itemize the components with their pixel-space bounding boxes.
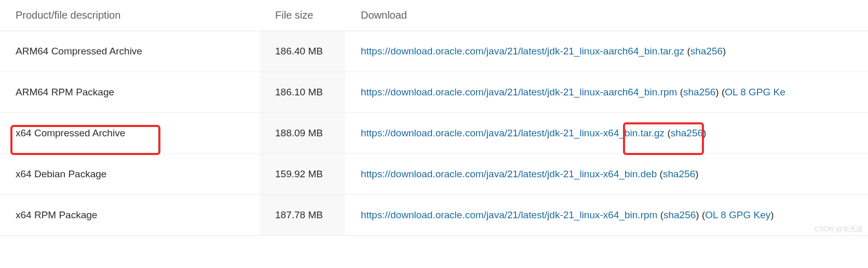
download-link[interactable]: https://download.oracle.com/java/21/late… xyxy=(361,46,684,57)
download-link[interactable]: https://download.oracle.com/java/21/late… xyxy=(361,87,677,97)
sha256-link[interactable]: sha256 xyxy=(663,209,696,220)
header-size: File size xyxy=(260,0,345,31)
paren-open: ( xyxy=(684,46,690,57)
cell-description: x64 RPM Package xyxy=(0,195,260,236)
cell-description: x64 Compressed Archive xyxy=(0,113,260,154)
sha256-link[interactable]: sha256 xyxy=(663,168,695,179)
paren-open: ( xyxy=(699,209,706,220)
header-download: Download xyxy=(345,0,868,31)
paren-open: ( xyxy=(677,87,683,97)
table-row: ARM64 RPM Package186.10 MBhttps://downlo… xyxy=(0,72,868,113)
downloads-table: Product/file description File size Downl… xyxy=(0,0,868,236)
cell-download: https://download.oracle.com/java/21/late… xyxy=(345,154,868,195)
paren-open: ( xyxy=(657,209,663,220)
cell-download: https://download.oracle.com/java/21/late… xyxy=(345,31,868,72)
table-row: x64 Compressed Archive188.09 MBhttps://d… xyxy=(0,113,868,154)
table-header-row: Product/file description File size Downl… xyxy=(0,0,868,31)
table-row: x64 RPM Package187.78 MBhttps://download… xyxy=(0,195,868,236)
paren-close: ) xyxy=(770,209,774,220)
paren-open: ( xyxy=(664,128,671,138)
gpg-link[interactable]: OL 8 GPG Ke xyxy=(725,87,785,97)
paren-open: ( xyxy=(657,168,663,179)
cell-size: 187.78 MB xyxy=(260,195,345,236)
download-link[interactable]: https://download.oracle.com/java/21/late… xyxy=(361,128,664,138)
paren-close: ) xyxy=(703,128,706,138)
sha256-link[interactable]: sha256 xyxy=(690,46,723,57)
cell-download: https://download.oracle.com/java/21/late… xyxy=(345,113,868,154)
sha256-link[interactable]: sha256 xyxy=(683,87,715,97)
cell-size: 188.09 MB xyxy=(260,113,345,154)
download-link[interactable]: https://download.oracle.com/java/21/late… xyxy=(361,168,657,179)
gpg-link[interactable]: OL 8 GPG Key xyxy=(705,209,770,220)
cell-description: ARM64 RPM Package xyxy=(0,72,260,113)
cell-description: x64 Debian Package xyxy=(0,154,260,195)
cell-size: 159.92 MB xyxy=(260,154,345,195)
paren-open: ( xyxy=(719,87,725,97)
paren-close: ) xyxy=(723,46,726,57)
table-row: x64 Debian Package159.92 MBhttps://downl… xyxy=(0,154,868,195)
sha256-link[interactable]: sha256 xyxy=(671,128,703,138)
header-description: Product/file description xyxy=(0,0,260,31)
cell-download: https://download.oracle.com/java/21/late… xyxy=(345,72,868,113)
cell-download: https://download.oracle.com/java/21/late… xyxy=(345,195,868,236)
cell-size: 186.10 MB xyxy=(260,72,345,113)
paren-close: ) xyxy=(695,168,698,179)
cell-size: 186.40 MB xyxy=(260,31,345,72)
cell-description: ARM64 Compressed Archive xyxy=(0,31,260,72)
table-row: ARM64 Compressed Archive186.40 MBhttps:/… xyxy=(0,31,868,72)
watermark-text: CSDN @虫无涯 xyxy=(815,224,863,234)
download-link[interactable]: https://download.oracle.com/java/21/late… xyxy=(361,209,657,220)
